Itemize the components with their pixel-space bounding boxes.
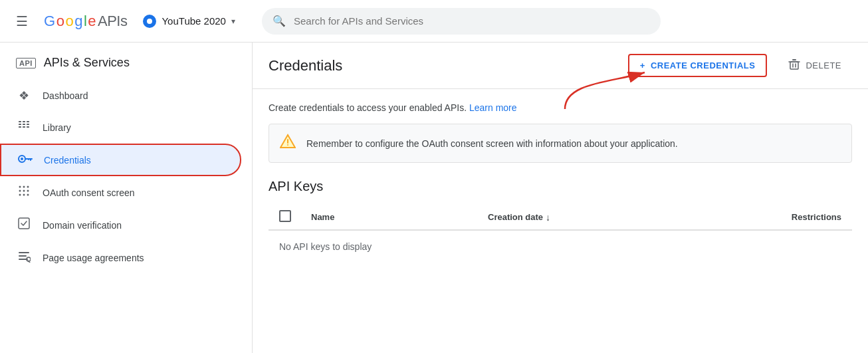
svg-point-36 [287,144,288,146]
main-layout: API APIs & Services ❖ Dashboard [0,43,868,353]
svg-point-19 [27,190,29,192]
select-all-checkbox[interactable] [279,210,291,222]
svg-rect-12 [30,158,31,161]
sort-arrow-icon: ↓ [546,212,550,223]
google-logo: Google APIs [44,13,127,30]
svg-point-22 [27,194,29,196]
sidebar-item-library[interactable]: Library [0,111,241,144]
search-bar: 🔍 [262,8,661,35]
sidebar-item-label: Domain verification [43,220,122,231]
name-column-header: Name [311,212,488,222]
sidebar-item-label: Page usage agreements [43,253,144,263]
sidebar-item-credentials[interactable]: Credentials [0,144,241,176]
topbar: ☰ Google APIs YouTube 2020 ▾ 🔍 [0,0,868,43]
warning-text: Remember to configure the OAuth consent … [306,138,678,149]
svg-rect-3 [19,124,21,125]
create-credentials-button[interactable]: + CREATE CREDENTIALS [628,54,768,77]
library-icon [16,119,32,136]
checkbox-col [279,210,311,224]
domain-icon [16,217,32,233]
svg-rect-6 [19,126,21,128]
sidebar: API APIs & Services ❖ Dashboard [0,43,253,353]
svg-rect-0 [19,121,21,122]
svg-point-18 [23,190,25,192]
project-dropdown-arrow: ▾ [231,17,235,26]
learn-more-link[interactable]: Learn more [469,102,517,113]
oauth-icon [16,184,32,201]
svg-point-21 [23,194,25,196]
plus-icon: + [640,60,645,70]
svg-rect-4 [23,124,25,125]
svg-point-16 [27,186,29,188]
credentials-icon [17,153,33,167]
sidebar-item-dashboard[interactable]: ❖ Dashboard [0,80,241,111]
sidebar-item-label: Dashboard [43,90,88,101]
delete-button[interactable]: DELETE [778,53,852,78]
sidebar-title: APIs & Services [44,56,130,70]
svg-rect-2 [27,121,29,122]
sidebar-item-domain[interactable]: Domain verification [0,209,241,241]
content-header: Credentials + CREATE CREDENTIALS [253,43,868,89]
svg-rect-24 [19,252,29,253]
sidebar-nav: ❖ Dashboard [0,80,252,274]
table-empty-message: No API keys to display [269,231,852,263]
dashboard-icon: ❖ [16,88,32,103]
content-body: Create credentials to access your enable… [253,89,868,276]
svg-rect-13 [28,158,29,160]
project-name: YouTube 2020 [162,15,225,27]
project-icon [143,15,156,28]
warning-icon [280,134,296,153]
api-badge: API [16,58,36,68]
svg-point-15 [23,186,25,188]
sidebar-item-label: Credentials [44,155,91,166]
sidebar-item-label: OAuth consent screen [43,187,135,198]
date-column-header[interactable]: Creation date ↓ [488,212,665,223]
create-credentials-label: CREATE CREDENTIALS [651,60,756,70]
svg-point-10 [21,158,23,160]
api-keys-section-title: API Keys [269,179,852,194]
hamburger-menu[interactable]: ☰ [11,8,33,35]
table-header: Name Creation date ↓ Restrictions [269,205,852,231]
svg-rect-25 [19,255,27,257]
content-area: Credentials + CREATE CREDENTIALS [253,43,868,353]
delete-label: DELETE [806,60,841,70]
svg-point-20 [19,194,21,196]
svg-rect-1 [23,121,25,122]
sidebar-item-page-usage[interactable]: Page usage agreements [0,241,241,274]
svg-point-14 [19,186,21,188]
sidebar-item-oauth[interactable]: OAuth consent screen [0,176,241,209]
svg-rect-5 [27,124,29,125]
svg-rect-29 [790,62,798,69]
content-title: Credentials [269,57,617,74]
search-icon: 🔍 [272,15,286,27]
trash-icon [788,59,800,72]
svg-rect-7 [23,126,25,128]
svg-point-17 [19,190,21,192]
warning-banner: Remember to configure the OAuth consent … [269,124,852,163]
sidebar-item-label: Library [43,122,71,133]
page-usage-icon [16,249,32,266]
svg-rect-23 [19,218,29,229]
svg-rect-8 [27,126,29,128]
project-selector[interactable]: YouTube 2020 ▾ [138,12,240,31]
sidebar-header: API APIs & Services [0,48,252,80]
description-text: Create credentials to access your enable… [269,102,852,113]
restrictions-column-header: Restrictions [665,212,841,222]
content-header-area: Credentials + CREATE CREDENTIALS [253,43,868,89]
search-input[interactable] [294,15,650,27]
